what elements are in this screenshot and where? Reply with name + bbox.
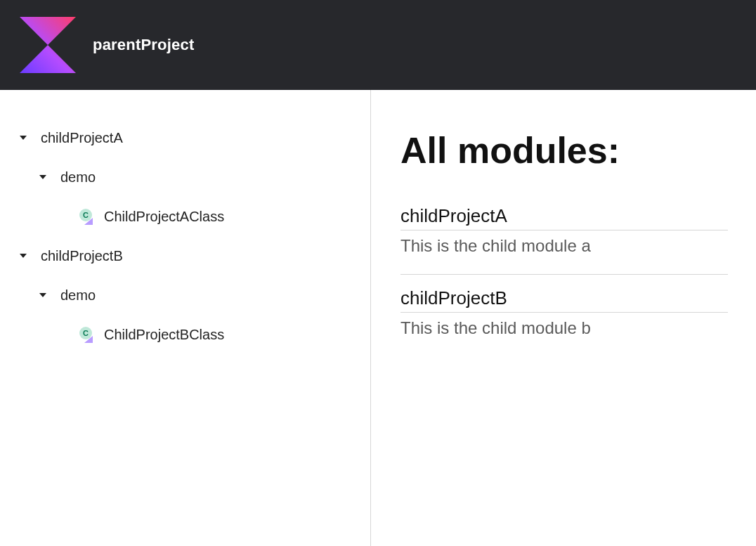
caret-down-icon: [18, 251, 28, 261]
sidebar-item-label: ChildProjectBClass: [104, 327, 224, 343]
caret-down-icon: [38, 290, 48, 300]
svg-marker-1: [20, 136, 27, 140]
main-content: All modules: childProjectA This is the c…: [371, 90, 756, 546]
sidebar-item-label: childProjectA: [41, 130, 123, 146]
sidebar-item-demo-b[interactable]: demo: [18, 275, 356, 315]
sidebar-item-label: ChildProjectAClass: [104, 209, 224, 225]
svg-text:C: C: [83, 329, 89, 337]
header: parentProject: [0, 0, 756, 90]
project-title[interactable]: parentProject: [93, 36, 194, 54]
module-divider: [400, 274, 728, 275]
content-area: childProjectA demo C ChildProjectAClass: [0, 90, 756, 546]
module-description: This is the child module b: [400, 318, 728, 351]
sidebar-item-demo-a[interactable]: demo: [18, 157, 356, 197]
sidebar-item-label: demo: [60, 169, 96, 186]
sidebar-item-childProjectB[interactable]: childProjectB: [18, 236, 356, 275]
page-title: All modules:: [400, 129, 728, 171]
caret-down-icon: [18, 133, 28, 143]
module-description: This is the child module a: [400, 236, 728, 268]
sidebar-item-label: demo: [60, 287, 96, 304]
module-section-a: childProjectA This is the child module a: [400, 205, 728, 268]
sidebar-item-childProjectA[interactable]: childProjectA: [18, 118, 356, 157]
module-section-b: childProjectB This is the child module b: [400, 287, 728, 351]
module-link-childProjectB[interactable]: childProjectB: [400, 287, 728, 313]
sidebar-item-label: childProjectB: [41, 248, 123, 264]
svg-text:C: C: [83, 211, 89, 219]
module-link-childProjectA[interactable]: childProjectA: [400, 205, 728, 230]
kotlin-logo-icon: [20, 17, 76, 73]
class-icon: C: [77, 208, 94, 225]
sidebar-item-ChildProjectBClass[interactable]: C ChildProjectBClass: [18, 315, 356, 354]
caret-down-icon: [38, 172, 48, 182]
svg-marker-7: [39, 293, 46, 297]
svg-marker-2: [39, 175, 46, 179]
class-icon: C: [77, 326, 94, 343]
svg-marker-6: [20, 254, 27, 258]
navigation-sidebar: childProjectA demo C ChildProjectAClass: [0, 90, 371, 546]
sidebar-item-ChildProjectAClass[interactable]: C ChildProjectAClass: [18, 197, 356, 236]
svg-marker-0: [20, 17, 76, 73]
